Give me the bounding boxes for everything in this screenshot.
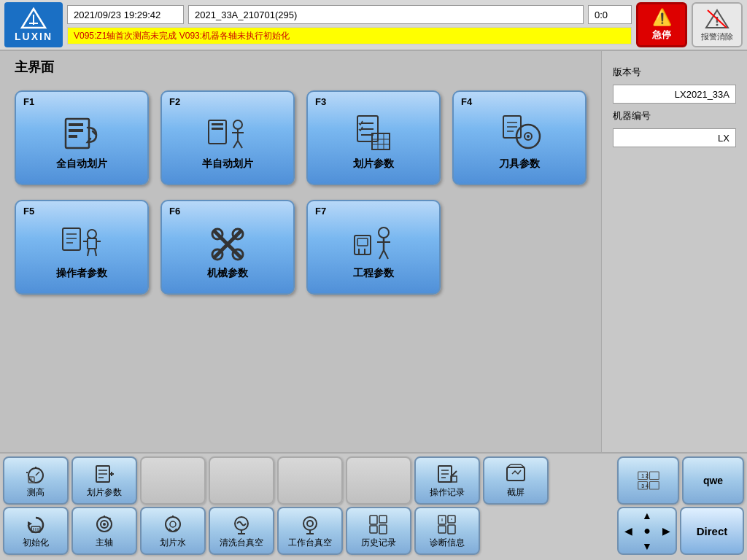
nav-down-icon[interactable]: ▼ — [638, 538, 657, 553]
f6-icon — [206, 222, 249, 262]
clean-vacuum-label: 清洗台真空 — [220, 537, 263, 549]
svg-rect-77 — [507, 467, 525, 481]
svg-line-63 — [36, 472, 39, 475]
cut-water-label: 划片水 — [160, 537, 186, 549]
numpad-icon: 1 2 3 4 — [638, 470, 659, 491]
nav-up-icon[interactable]: ▲ — [638, 508, 657, 524]
svg-text:1 2: 1 2 — [641, 473, 649, 478]
f5-button[interactable]: F5 操作者参数 — [15, 200, 149, 295]
svg-point-39 — [88, 230, 96, 238]
header-middle: 2021/09/23 19:29:42 2021_33A_210701(295)… — [67, 5, 632, 44]
nav-left-icon[interactable]: ◀ — [619, 524, 638, 539]
spindle-button[interactable]: 主轴 — [71, 507, 137, 555]
f4-label: 刀具参数 — [499, 158, 540, 171]
screenshot-label: 截屏 — [507, 486, 525, 499]
svg-line-90 — [109, 518, 111, 519]
page-title: 主界面 — [15, 58, 587, 76]
svg-rect-35 — [63, 228, 80, 250]
ems-icon: ⚠️ — [652, 8, 672, 27]
ems-button[interactable]: ⚠️ 急停 — [636, 2, 687, 47]
svg-rect-106 — [438, 526, 446, 533]
datetime-field: 2021/09/23 19:29:42 — [67, 5, 184, 24]
svg-rect-13 — [212, 128, 223, 130]
f2-button[interactable]: F2 半自动划片 — [160, 90, 295, 185]
numpad-button[interactable]: 1 2 3 4 — [617, 456, 679, 505]
svg-rect-103 — [379, 516, 387, 523]
f6-button[interactable]: F6 机械参数 — [160, 200, 295, 295]
history-log-icon — [368, 513, 390, 535]
f7-button[interactable]: F7 工程参数 — [306, 200, 441, 295]
svg-rect-114 — [649, 482, 659, 490]
direct-button[interactable]: Direct — [680, 507, 744, 555]
op-log-icon — [436, 463, 458, 485]
work-vacuum-button[interactable]: 工作台真空 — [277, 507, 343, 555]
f5-key: F5 — [23, 206, 34, 217]
measure-height-button[interactable]: 测高 — [3, 456, 69, 505]
svg-point-97 — [303, 517, 317, 530]
f4-key: F4 — [461, 96, 472, 107]
empty-cell — [452, 200, 587, 295]
clean-vacuum-button[interactable]: 清洗台真空 — [209, 507, 274, 555]
nav-right-icon[interactable]: ▶ — [657, 524, 676, 539]
toolbar-row1: 测高 划片参数 — [3, 456, 611, 505]
function-grid-row1: F1 全自动划片 F2 — [15, 83, 587, 192]
nav-empty-bl — [619, 538, 638, 553]
f4-button[interactable]: F4 刀具参数 — [452, 90, 587, 185]
header-top-row: 2021/09/23 19:29:42 2021_33A_210701(295)… — [67, 5, 632, 24]
cut-water-button[interactable]: 划片水 — [140, 507, 206, 555]
f1-key: F1 — [23, 96, 34, 107]
history-log-button[interactable]: 历史记录 — [346, 507, 411, 555]
svg-point-98 — [307, 521, 313, 526]
svg-rect-10 — [69, 135, 77, 138]
screenshot-icon — [505, 463, 527, 485]
cut-params-button[interactable]: 划片参数 — [71, 456, 137, 505]
work-vacuum-label: 工作台真空 — [288, 537, 332, 549]
f5-label: 操作者参数 — [56, 267, 107, 280]
empty-btn-1 — [140, 456, 206, 505]
header: LUXIN 2021/09/23 19:29:42 2021_33A_21070… — [0, 0, 747, 51]
empty-btn-3 — [277, 456, 343, 505]
screenshot-button[interactable]: 截屏 — [483, 456, 549, 505]
f2-label: 半自动划片 — [202, 158, 253, 171]
nav-pad[interactable]: ▲ ◀ ● ▶ ▼ — [617, 507, 677, 555]
f7-label: 工程参数 — [353, 267, 394, 280]
svg-rect-112 — [649, 472, 659, 480]
nav-center-dot: ● — [638, 524, 657, 539]
alert-bar: V095:Z1轴首次测高未完成 V093:机器各轴未执行初始化 — [67, 27, 632, 44]
svg-line-58 — [379, 250, 384, 259]
diag-info-button[interactable]: 诊断信息 — [414, 507, 480, 555]
toolbar-row2: 初始化 主轴 — [3, 507, 611, 555]
svg-line-44 — [95, 249, 96, 256]
svg-rect-12 — [212, 123, 223, 125]
f2-key: F2 — [169, 96, 180, 107]
svg-point-14 — [233, 120, 242, 129]
svg-rect-102 — [370, 526, 377, 533]
op-log-button[interactable]: 操作记录 — [414, 456, 480, 505]
init-label: 初始化 — [23, 537, 49, 549]
init-icon — [25, 513, 47, 535]
measure-height-label: 测高 — [27, 486, 44, 499]
f7-key: F7 — [315, 206, 326, 217]
svg-point-5 — [716, 23, 719, 26]
version-label: 版本号 — [613, 66, 736, 79]
version-value: LX2021_33A — [613, 85, 736, 104]
main-area: 主界面 F1 全自动划片 F2 — [0, 51, 747, 452]
svg-line-18 — [238, 141, 242, 148]
counter-field: 0:0 — [588, 5, 632, 24]
svg-point-92 — [170, 521, 176, 527]
function-grid-row2: F5 操作者参数 F6 — [15, 192, 587, 302]
measure-height-icon — [25, 463, 47, 485]
init-button[interactable]: 初始化 — [3, 507, 69, 555]
svg-rect-40 — [88, 238, 96, 249]
svg-rect-101 — [370, 516, 377, 524]
spindle-icon — [93, 513, 115, 535]
f1-button[interactable]: F1 全自动划片 — [15, 90, 149, 185]
qwe-button[interactable]: qwe — [682, 456, 744, 505]
op-log-label: 操作记录 — [430, 486, 465, 499]
alarm-clear-button[interactable]: 报警消除 — [692, 2, 743, 47]
machine-value: LX — [613, 128, 736, 147]
alarm-clear-icon — [704, 8, 730, 30]
bottom-toolbar: 测高 划片参数 — [0, 452, 747, 560]
f3-button[interactable]: F3 划片参数 — [306, 90, 441, 185]
ems-label: 急停 — [652, 28, 671, 42]
